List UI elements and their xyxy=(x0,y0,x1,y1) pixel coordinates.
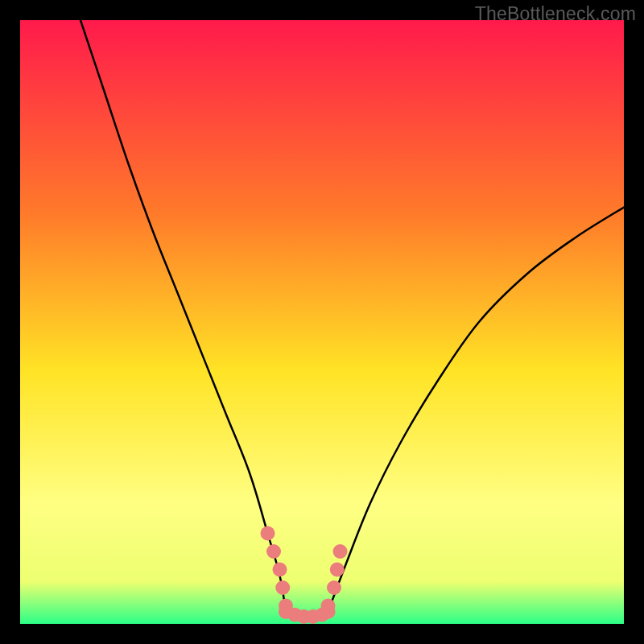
marker-dot xyxy=(333,544,348,559)
chart-svg xyxy=(20,20,624,624)
marker-dot xyxy=(321,605,336,619)
marker-dot xyxy=(266,544,281,559)
watermark-text: TheBottleneck.com xyxy=(475,3,636,25)
marker-dot xyxy=(330,563,345,577)
plot-area xyxy=(20,20,624,624)
marker-dot xyxy=(273,563,287,577)
marker-dot xyxy=(275,580,290,595)
chart-frame: TheBottleneck.com xyxy=(0,0,644,644)
marker-dot xyxy=(327,580,341,595)
marker-dot xyxy=(261,526,275,541)
